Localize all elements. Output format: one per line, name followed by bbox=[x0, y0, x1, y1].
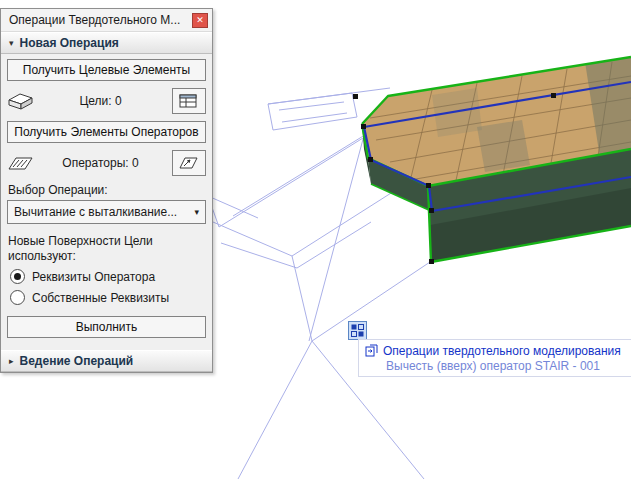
targets-count: Цели: 0 bbox=[39, 94, 172, 108]
info-tag-subtitle: Вычесть (вверх) оператор STAIR - 001 bbox=[365, 359, 625, 375]
show-targets-button[interactable] bbox=[172, 88, 206, 114]
new-operation-content: Получить Целевые Элементы Цели: 0 Пол bbox=[1, 54, 212, 342]
section-header-manage-operations[interactable]: ▸ Ведение Операций bbox=[1, 350, 212, 372]
surfaces-label: Новые Поверхности Цели используют: bbox=[8, 234, 206, 264]
radio-button-unchecked[interactable] bbox=[10, 290, 25, 305]
close-button[interactable]: ✕ bbox=[192, 13, 208, 28]
seo-operation-icon bbox=[365, 344, 378, 357]
targets-row: Цели: 0 bbox=[7, 88, 206, 114]
operators-count: Операторы: 0 bbox=[39, 156, 172, 170]
section-label-manage-operations: Ведение Операций bbox=[20, 354, 134, 368]
targets-list-icon bbox=[179, 93, 199, 109]
get-operators-button[interactable]: Получить Элементы Операторов bbox=[7, 121, 206, 143]
show-operators-button[interactable] bbox=[172, 150, 206, 176]
seo-palette: Операции Твердотельного М... ✕ ▾ Новая О… bbox=[0, 8, 213, 373]
execute-button[interactable]: Выполнить bbox=[7, 316, 206, 338]
collapse-open-icon: ▾ bbox=[9, 38, 14, 48]
operators-row: Операторы: 0 bbox=[7, 150, 206, 176]
operation-dropdown[interactable]: Вычитание с выталкивание... ▾ bbox=[7, 200, 206, 224]
info-tag-title: Операции твердотельного моделирования bbox=[383, 344, 621, 358]
info-tag: Операции твердотельного моделирования Вы… bbox=[358, 339, 631, 377]
chevron-down-icon: ▾ bbox=[194, 207, 199, 217]
section-label-new-operation: Новая Операция bbox=[20, 36, 119, 50]
operation-dropdown-value: Вычитание с выталкивание... bbox=[14, 205, 190, 219]
palette-titlebar[interactable]: Операции Твердотельного М... ✕ bbox=[1, 9, 212, 32]
seo-cursor-icon bbox=[348, 321, 367, 340]
radio-operator-attributes[interactable]: Реквизиты Оператора bbox=[10, 268, 206, 285]
choose-operation-label: Выбор Операции: bbox=[8, 183, 206, 197]
section-header-new-operation[interactable]: ▾ Новая Операция bbox=[1, 32, 212, 54]
target-slab-icon bbox=[7, 91, 39, 111]
operator-slab-icon bbox=[7, 153, 39, 173]
radio-button-checked[interactable] bbox=[10, 269, 25, 284]
radio-operator-label: Реквизиты Оператора bbox=[32, 270, 155, 284]
radio-own-attributes[interactable]: Собственные Реквизиты bbox=[10, 289, 206, 306]
radio-own-label: Собственные Реквизиты bbox=[32, 291, 169, 305]
slab-element[interactable] bbox=[353, 55, 631, 264]
collapse-closed-icon: ▸ bbox=[9, 356, 14, 366]
get-targets-button[interactable]: Получить Целевые Элементы bbox=[7, 59, 206, 81]
palette-title: Операции Твердотельного М... bbox=[9, 13, 192, 27]
info-tag-title-row: Операции твердотельного моделирования bbox=[365, 342, 625, 359]
operators-list-icon bbox=[179, 155, 199, 171]
